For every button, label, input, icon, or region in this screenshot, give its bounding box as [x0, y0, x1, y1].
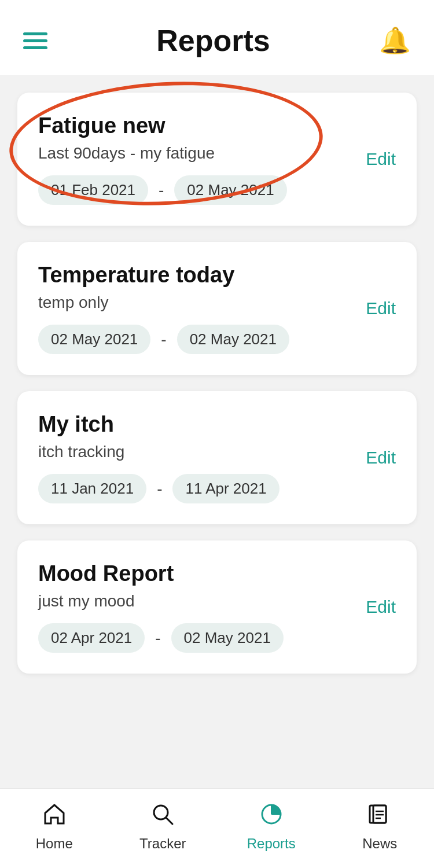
date-separator-temperature: -: [161, 330, 166, 349]
nav-item-reports[interactable]: Reports: [217, 801, 326, 852]
news-icon: [367, 801, 392, 831]
card-dates-itch: 11 Jan 2021 - 11 Apr 2021: [38, 474, 396, 503]
card-title-mood: Mood Report: [38, 561, 396, 586]
search-icon: [150, 801, 175, 831]
home-icon: [42, 801, 67, 831]
card-dates-temperature: 02 May 2021 - 02 May 2021: [38, 325, 396, 354]
date-start-fatigue: 01 Feb 2021: [38, 175, 148, 205]
report-card-mood[interactable]: Mood Report just my mood 02 Apr 2021 - 0…: [17, 540, 417, 674]
edit-button-mood[interactable]: Edit: [366, 597, 396, 617]
card-dates-mood: 02 Apr 2021 - 02 May 2021: [38, 623, 396, 653]
nav-item-tracker[interactable]: Tracker: [109, 801, 218, 852]
header: Reports 🔔: [0, 0, 434, 75]
card-dates-fatigue: 01 Feb 2021 - 02 May 2021: [38, 175, 396, 205]
date-end-temperature: 02 May 2021: [177, 325, 289, 354]
date-separator-itch: -: [157, 480, 162, 498]
date-separator-mood: -: [155, 629, 160, 648]
nav-label-reports: Reports: [247, 836, 296, 852]
card-title-fatigue: Fatigue new: [38, 113, 396, 138]
date-start-temperature: 02 May 2021: [38, 325, 150, 354]
date-end-mood: 02 May 2021: [171, 623, 284, 653]
card-subtitle-itch: itch tracking: [38, 443, 396, 461]
menu-button[interactable]: [23, 32, 47, 49]
card-subtitle-fatigue: Last 90days - my fatigue: [38, 144, 396, 163]
card-subtitle-mood: just my mood: [38, 592, 396, 610]
nav-item-home[interactable]: Home: [0, 801, 109, 852]
card-title-itch: My itch: [38, 412, 396, 437]
nav-item-news[interactable]: News: [326, 801, 435, 852]
page-title: Reports: [156, 23, 270, 58]
date-end-fatigue: 02 May 2021: [174, 175, 286, 205]
bell-icon[interactable]: 🔔: [379, 28, 411, 53]
report-card-fatigue[interactable]: Fatigue new Last 90days - my fatigue 01 …: [17, 93, 417, 226]
card-subtitle-temperature: temp only: [38, 293, 396, 312]
report-card-temperature[interactable]: Temperature today temp only 02 May 2021 …: [17, 242, 417, 375]
card-title-temperature: Temperature today: [38, 263, 396, 288]
date-end-itch: 11 Apr 2021: [172, 474, 279, 503]
date-separator-fatigue: -: [159, 181, 164, 200]
nav-label-news: News: [362, 836, 397, 852]
edit-button-fatigue[interactable]: Edit: [366, 149, 396, 169]
edit-button-temperature[interactable]: Edit: [366, 299, 396, 318]
edit-button-itch[interactable]: Edit: [366, 448, 396, 468]
svg-line-1: [166, 818, 172, 824]
nav-label-tracker: Tracker: [139, 836, 186, 852]
content-area: Fatigue new Last 90days - my fatigue 01 …: [0, 75, 434, 788]
bottom-navigation: Home Tracker Reports: [0, 788, 434, 868]
piechart-icon: [259, 801, 284, 831]
report-card-itch[interactable]: My itch itch tracking 11 Jan 2021 - 11 A…: [17, 391, 417, 524]
date-start-itch: 11 Jan 2021: [38, 474, 146, 503]
nav-label-home: Home: [36, 836, 73, 852]
date-start-mood: 02 Apr 2021: [38, 623, 145, 653]
